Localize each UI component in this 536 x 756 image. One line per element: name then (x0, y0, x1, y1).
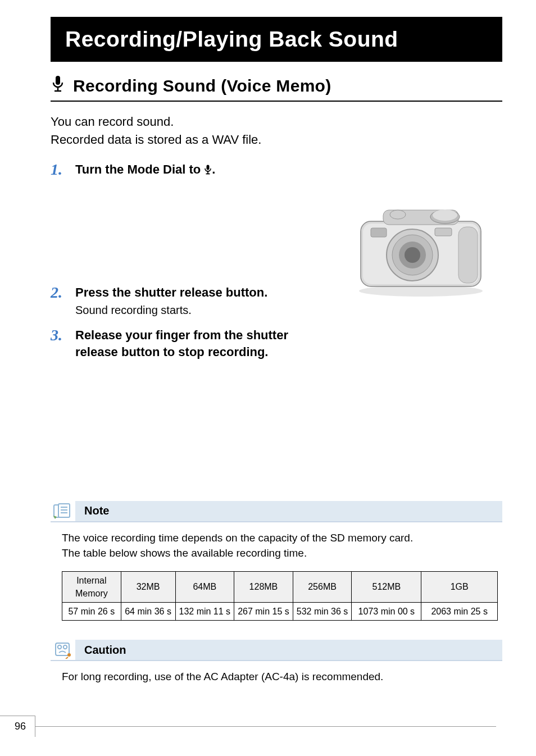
caution-callout: Caution For long recording, use of the A… (51, 640, 502, 685)
step-number: 1. (51, 161, 66, 179)
table-header: 512MB (352, 571, 421, 602)
svg-rect-25 (56, 643, 69, 655)
step-title: Turn the Mode Dial to . (75, 161, 502, 178)
table-cell: 1073 min 00 s (352, 603, 421, 621)
step-body: Turn the Mode Dial to . (75, 161, 502, 178)
table-header: 32MB (121, 571, 175, 602)
mic-icon (51, 75, 65, 96)
section-heading: Recording Sound (Voice Memo) (51, 75, 502, 102)
step-title-text: Turn the Mode Dial to (75, 162, 204, 176)
note-text: The voice recording time depends on the … (62, 530, 498, 546)
step-item: 1. Turn the Mode Dial to . (51, 161, 502, 179)
table-cell: 2063 min 25 s (421, 603, 498, 621)
caution-icon (51, 641, 75, 659)
chapter-title: Recording/Playing Back Sound (65, 27, 398, 51)
step-title-suffix: . (212, 162, 215, 176)
svg-point-6 (359, 285, 483, 297)
table-header: 256MB (293, 571, 352, 602)
table-header: 1GB (421, 571, 498, 602)
caution-body: For long recording, use of the AC Adapte… (51, 661, 502, 685)
footer-rule (35, 726, 496, 727)
table-row: Internal Memory 32MB 64MB 128MB 256MB 51… (62, 571, 498, 602)
step-number: 3. (51, 327, 66, 344)
note-body: The voice recording time depends on the … (51, 522, 502, 621)
svg-rect-17 (458, 227, 478, 283)
table-header: Internal Memory (62, 571, 121, 602)
caution-text: For long recording, use of the AC Adapte… (62, 669, 498, 685)
svg-rect-3 (207, 165, 210, 170)
page-footer: 96 (0, 716, 496, 737)
table-cell: 267 min 15 s (234, 603, 293, 621)
step-body: Release your finger from the shutter rel… (75, 327, 311, 360)
svg-point-28 (67, 653, 71, 657)
caution-header: Caution (51, 640, 502, 661)
caution-label: Caution (81, 641, 129, 659)
table-cell: 57 min 26 s (62, 603, 121, 621)
step-number: 2. (51, 284, 66, 302)
section-title: Recording Sound (Voice Memo) (73, 76, 331, 95)
step-title: Release your finger from the shutter rel… (75, 327, 311, 360)
svg-point-12 (390, 210, 406, 219)
step-desc: Sound recording starts. (75, 304, 502, 317)
note-icon (51, 502, 75, 520)
table-cell: 132 min 11 s (175, 603, 234, 621)
page-number: 96 (0, 716, 35, 737)
step-item: 3. Release your finger from the shutter … (51, 327, 502, 360)
intro-line: Recorded data is stored as a WAV file. (51, 131, 502, 149)
svg-point-16 (405, 247, 420, 263)
table-cell: 532 min 36 s (293, 603, 352, 621)
table-header: 128MB (234, 571, 293, 602)
note-label: Note (81, 502, 112, 520)
table-row: 57 min 26 s 64 min 36 s 132 min 11 s 267… (62, 603, 498, 621)
note-text: The table below shows the available reco… (62, 545, 498, 561)
intro-line: You can record sound. (51, 113, 502, 131)
mic-small-icon (204, 162, 212, 176)
svg-rect-18 (371, 228, 387, 237)
table-header: 64MB (175, 571, 234, 602)
svg-point-11 (433, 210, 457, 221)
svg-rect-19 (435, 228, 452, 236)
recording-time-table: Internal Memory 32MB 64MB 128MB 256MB 51… (62, 571, 498, 621)
table-cell: 64 min 36 s (121, 603, 175, 621)
page: Recording/Playing Back Sound Recording S… (0, 0, 536, 756)
steps-list: 1. Turn the Mode Dial to . (51, 161, 502, 361)
chapter-banner: Recording/Playing Back Sound (51, 17, 502, 62)
svg-rect-0 (56, 76, 60, 85)
camera-illustration (351, 202, 491, 300)
intro-text: You can record sound. Recorded data is s… (51, 113, 502, 149)
note-callout: Note The voice recording time depends on… (51, 501, 502, 621)
note-header: Note (51, 501, 502, 522)
